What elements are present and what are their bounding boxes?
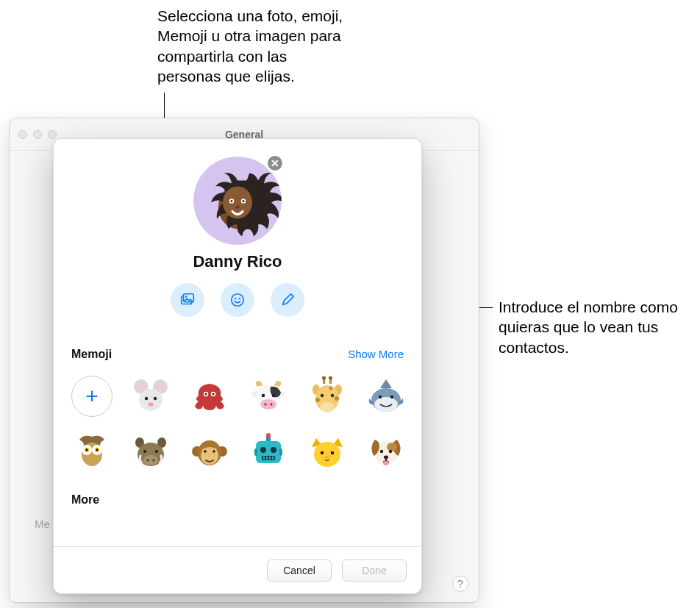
svg-point-15: [232, 294, 244, 307]
svg-point-54: [379, 396, 382, 398]
svg-point-68: [155, 450, 158, 453]
memoji-person-icon: [193, 158, 282, 245]
svg-point-59: [86, 449, 88, 451]
photos-button[interactable]: [171, 283, 204, 317]
more-section-header: More: [71, 493, 404, 507]
memoji-owl[interactable]: [71, 432, 113, 473]
add-memoji-button[interactable]: +: [71, 376, 113, 417]
svg-point-21: [156, 382, 165, 391]
memoji-grid: +: [71, 376, 404, 473]
memoji-cow[interactable]: [248, 376, 289, 417]
svg-point-96: [380, 450, 383, 453]
monkey-icon: [190, 432, 229, 472]
svg-point-70: [152, 459, 154, 461]
svg-point-17: [239, 298, 240, 299]
svg-point-11: [235, 205, 240, 208]
svg-point-99: [383, 461, 389, 465]
memoji-monkey[interactable]: [189, 432, 230, 473]
memoji-robot[interactable]: [248, 432, 289, 473]
svg-point-93: [331, 451, 334, 454]
shark-icon: [366, 376, 406, 416]
svg-point-30: [213, 393, 215, 396]
svg-rect-80: [254, 448, 257, 456]
svg-point-36: [260, 399, 276, 409]
svg-point-85: [271, 447, 276, 453]
svg-rect-90: [272, 457, 274, 459]
svg-point-22: [139, 389, 162, 411]
memoji-boar[interactable]: [130, 432, 171, 473]
svg-point-16: [235, 298, 236, 299]
clear-photo-button[interactable]: ✕: [265, 154, 285, 173]
svg-point-10: [243, 200, 245, 202]
svg-point-28: [205, 393, 207, 396]
more-title: More: [71, 493, 99, 507]
svg-point-37: [264, 403, 266, 405]
octopus-icon: [190, 376, 229, 416]
memoji-shark[interactable]: [365, 376, 407, 417]
memoji-octopus[interactable]: [189, 376, 230, 417]
svg-point-49: [315, 398, 320, 402]
svg-point-78: [213, 450, 215, 453]
svg-point-46: [320, 402, 335, 412]
callout-right: Introduce el nombre como quieras que lo …: [499, 297, 682, 357]
giraffe-icon: [307, 376, 347, 416]
svg-point-23: [145, 397, 148, 400]
memoji-mouse[interactable]: [130, 376, 171, 417]
help-button[interactable]: ?: [452, 576, 468, 592]
name-photo-sheet: ✕ Danny Rico: [53, 138, 422, 594]
svg-point-98: [384, 456, 388, 459]
svg-point-69: [146, 459, 149, 461]
memoji-dog[interactable]: [365, 432, 407, 473]
done-button: Done: [342, 559, 407, 582]
svg-point-42: [329, 376, 332, 380]
svg-point-53: [374, 397, 398, 412]
svg-point-55: [390, 396, 393, 398]
edit-name-button[interactable]: [271, 283, 304, 317]
svg-point-84: [260, 447, 266, 453]
svg-point-8: [231, 200, 233, 202]
memoji-section-header: Memoji Show More: [71, 348, 404, 361]
svg-point-47: [321, 394, 324, 397]
svg-point-26: [149, 403, 153, 406]
svg-rect-81: [279, 448, 282, 456]
svg-point-66: [143, 455, 158, 465]
svg-point-77: [204, 450, 207, 453]
emoji-icon: [229, 292, 246, 308]
svg-point-83: [266, 433, 271, 437]
memoji-giraffe[interactable]: [307, 376, 348, 417]
svg-rect-88: [266, 457, 268, 459]
svg-point-34: [262, 394, 265, 398]
svg-point-19: [137, 382, 146, 391]
edit-icon: [279, 292, 296, 308]
avatar-container[interactable]: ✕: [193, 157, 282, 245]
svg-point-97: [389, 450, 392, 453]
robot-icon: [249, 432, 288, 472]
action-row: [71, 283, 404, 317]
svg-point-62: [96, 449, 99, 451]
boar-icon: [131, 432, 171, 472]
emoji-button[interactable]: [221, 283, 254, 317]
svg-point-38: [270, 403, 272, 405]
photos-icon: [179, 292, 196, 308]
callout-top: Selecciona una foto, emoji, Memoji u otr…: [157, 6, 349, 86]
cow-icon: [249, 376, 288, 416]
svg-point-40: [322, 376, 326, 380]
display-name[interactable]: Danny Rico: [71, 252, 404, 271]
svg-point-95: [387, 443, 397, 451]
svg-point-24: [154, 397, 157, 400]
dog-icon: [366, 432, 406, 472]
svg-point-50: [335, 396, 339, 401]
sheet-footer: Cancel Done: [54, 546, 421, 593]
memoji-cat[interactable]: [307, 432, 348, 473]
svg-point-67: [143, 450, 146, 453]
show-more-link[interactable]: Show More: [348, 348, 404, 360]
svg-rect-89: [269, 457, 271, 459]
cancel-button[interactable]: Cancel: [267, 559, 332, 582]
svg-point-14: [185, 296, 188, 298]
plus-icon: +: [85, 384, 99, 409]
svg-point-35: [272, 394, 276, 398]
svg-rect-87: [263, 457, 265, 459]
svg-point-48: [331, 394, 334, 397]
cat-icon: [307, 432, 347, 472]
owl-icon: [72, 432, 112, 472]
